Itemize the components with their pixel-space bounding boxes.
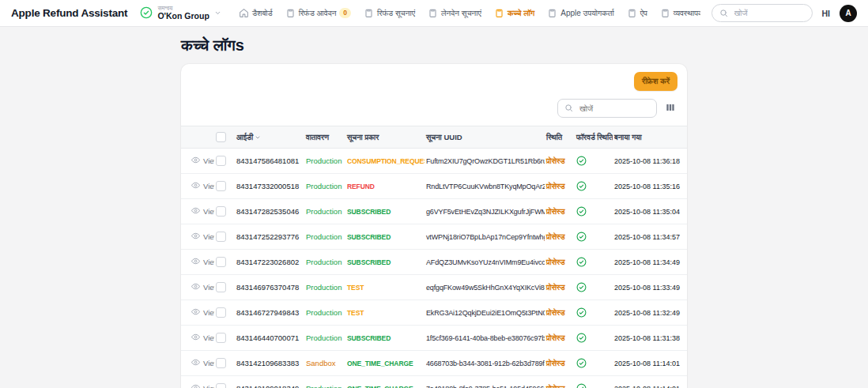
check-circle-icon [576, 383, 587, 388]
eye-icon [191, 232, 200, 242]
cell-created: 2025-10-08 11:31:38 [613, 326, 687, 351]
eye-icon [191, 383, 200, 388]
view-label: View [203, 207, 214, 216]
nav-item-apple-users[interactable]: Apple उपयोगकर्ता [547, 8, 613, 18]
view-label: View [203, 308, 214, 317]
tenant-switcher[interactable]: समन्वय O'Kon Group [140, 6, 221, 21]
cell-notification-type: TEST [345, 300, 425, 326]
cell-notification-type: CONSUMPTION_REQUEST [345, 149, 425, 174]
nav-item-raw-logs[interactable]: कच्चे लॉग [494, 8, 534, 18]
view-link[interactable]: View [191, 206, 214, 217]
view-link[interactable]: View [191, 257, 214, 267]
cell-environment: Production [304, 300, 345, 326]
eye-icon [191, 333, 200, 343]
cell-id: 843147586481081 [235, 149, 304, 174]
nav-item-refund-notifications[interactable]: रिफंड सूचनाएं [364, 8, 415, 18]
cell-uuid: AFdQZ3UMvKsoYUz4nVIMm9Eu4ivcc7HD [425, 250, 545, 275]
app-brand[interactable]: Apple Refund Assistant [11, 7, 127, 19]
view-link[interactable]: View [191, 181, 214, 191]
table-search-input[interactable] [578, 104, 650, 114]
view-label: View [203, 283, 214, 292]
cell-notification-type: SUBSCRIBED [345, 199, 425, 224]
cell-id: 843147252293776 [235, 224, 304, 250]
cell-status: प्रोसेस्ड [545, 250, 575, 275]
row-checkbox[interactable] [216, 257, 226, 267]
table-row: View 843142109018349 Production ONE_TIME… [181, 376, 687, 388]
view-label: View [203, 232, 214, 241]
nav-item-dashboard[interactable]: डैशबोर्ड [239, 8, 273, 18]
column-toggle-button[interactable] [663, 100, 677, 117]
avatar[interactable]: A [840, 5, 857, 22]
table-row: View 843146440700071 Production SUBSCRIB… [181, 326, 687, 351]
table-row: View 843142109683383 Sandbox ONE_TIME_CH… [181, 351, 687, 376]
select-all-checkbox[interactable] [216, 132, 226, 142]
cell-id: 843146976370478 [235, 275, 304, 300]
global-search[interactable] [711, 4, 813, 22]
row-checkbox[interactable] [216, 156, 226, 166]
locale-switcher[interactable]: HI [822, 9, 831, 18]
cell-environment: Production [304, 250, 345, 275]
table-search[interactable] [557, 99, 657, 118]
clipboard-icon [547, 8, 557, 18]
tenant-name: O'Kon Group [157, 12, 209, 21]
eye-icon [191, 156, 200, 166]
cell-id: 843146727949843 [235, 300, 304, 326]
refresh-button[interactable]: रीफ्रेश करें [634, 72, 677, 91]
check-circle-icon [576, 257, 587, 266]
col-header-status[interactable]: स्थिति [545, 126, 575, 149]
cell-uuid: Fuftm2XIU7gQrOwzKDGT1LR51Rb6rupq [425, 149, 545, 174]
col-header-forward-status[interactable]: फॉरवर्ड स्थिति [575, 126, 613, 149]
nav-item-transaction-notifications[interactable]: लेनदेन सूचनाएं [428, 8, 481, 18]
home-icon [239, 8, 249, 18]
nav-item-apps[interactable]: ऐप [627, 8, 647, 18]
row-checkbox[interactable] [216, 282, 226, 292]
view-link[interactable]: View [191, 333, 214, 343]
view-link[interactable]: View [191, 383, 214, 388]
view-link[interactable]: View [191, 307, 214, 318]
page-content: कच्चे लॉगs रीफ्रेश करें [181, 36, 687, 388]
cell-id: 843147223026802 [235, 250, 304, 275]
cell-environment: Production [304, 275, 345, 300]
row-checkbox[interactable] [216, 206, 226, 217]
view-label: View [203, 333, 214, 342]
col-header-environment[interactable]: वातावरण [304, 126, 345, 149]
cell-created: 2025-10-08 11:34:49 [613, 250, 687, 275]
view-link[interactable]: View [191, 282, 214, 292]
global-search-input[interactable] [733, 8, 805, 18]
nav-item-refund-applications[interactable]: रिफंड आवेदन 0 [285, 8, 351, 18]
col-header-type[interactable]: सूचना प्रकार [345, 126, 425, 149]
cell-status: प्रोसेस्ड [545, 351, 575, 376]
nav-item-admin[interactable]: व्यवस्थापक [660, 8, 700, 18]
cell-uuid: 1f5cf369-6141-40ba-8beb-e38076c97b21 [425, 326, 545, 351]
col-header-created[interactable]: बनाया गया [613, 126, 687, 149]
col-header-uuid[interactable]: सूचना UUID [425, 126, 545, 149]
cell-notification-type: REFUND [345, 174, 425, 199]
eye-icon [191, 282, 200, 292]
clipboard-icon [660, 8, 670, 18]
view-link[interactable]: View [191, 156, 214, 166]
eye-icon [191, 206, 200, 217]
cell-created: 2025-10-08 11:14:01 [613, 351, 687, 376]
row-checkbox[interactable] [216, 333, 226, 343]
row-checkbox[interactable] [216, 383, 226, 388]
view-link[interactable]: View [191, 358, 214, 368]
row-checkbox[interactable] [216, 307, 226, 318]
eye-icon [191, 358, 200, 368]
col-header-id[interactable]: आईडी [235, 126, 304, 149]
cell-uuid: vtWPNj18riO7BpLbAp17nCep9Yfntwhg [425, 224, 545, 250]
table-row: View 843146976370478 Production TEST eqf… [181, 275, 687, 300]
raw-logs-table: आईडी वातावरण सूचना प्रकार सूचना UUID स्थ… [181, 126, 687, 388]
row-checkbox[interactable] [216, 358, 226, 368]
view-label: View [203, 359, 214, 367]
check-circle-icon [576, 358, 587, 367]
row-checkbox[interactable] [216, 181, 226, 191]
sort-chevron-icon [255, 134, 261, 142]
cell-status: प्रोसेस्ड [545, 326, 575, 351]
view-link[interactable]: View [191, 232, 214, 242]
cell-uuid: g6VYF5vEtHEvZq3NJZILKXgufrJjFWMI [425, 199, 545, 224]
raw-logs-panel: रीफ्रेश करें [181, 64, 687, 388]
check-circle-icon [576, 156, 587, 164]
check-circle-icon [576, 232, 587, 240]
row-checkbox[interactable] [216, 232, 226, 242]
cell-notification-type: ONE_TIME_CHARGE [345, 351, 425, 376]
